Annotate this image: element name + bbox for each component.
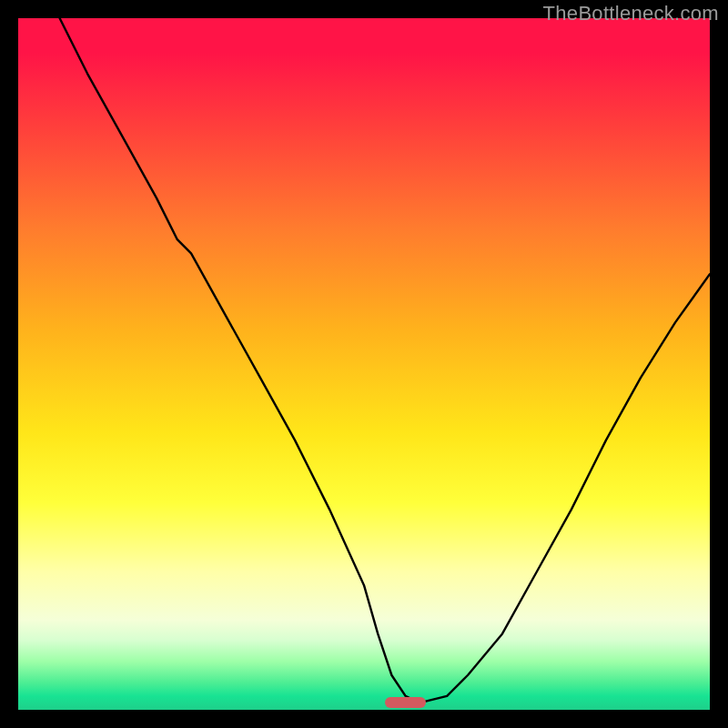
watermark-text: TheBottleneck.com xyxy=(543,2,719,25)
optimal-marker xyxy=(385,697,427,708)
chart-frame: TheBottleneck.com xyxy=(0,0,728,728)
curve-svg xyxy=(18,18,710,710)
bottleneck-curve xyxy=(60,18,710,703)
plot-area xyxy=(18,18,710,710)
